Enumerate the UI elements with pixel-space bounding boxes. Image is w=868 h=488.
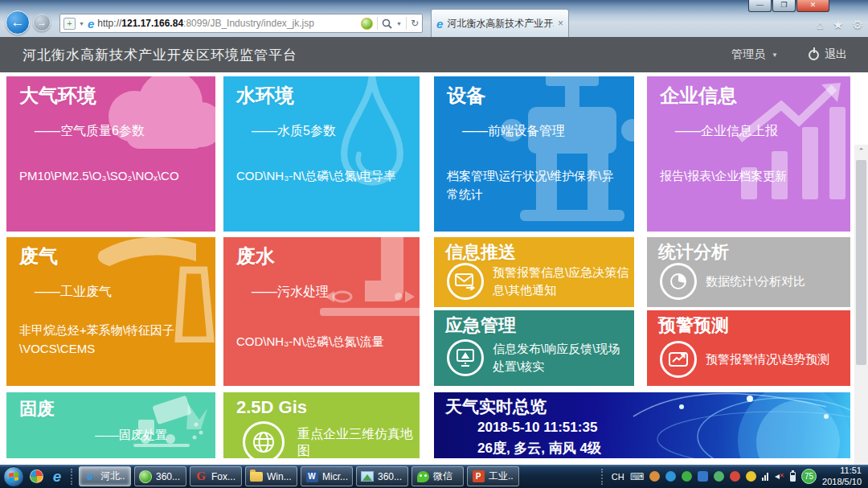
scrollbar-thumb[interactable]: [856, 160, 866, 365]
tray-icon-3[interactable]: [730, 471, 740, 482]
divider: [377, 17, 378, 30]
url-host: 121.17.166.84: [121, 18, 183, 29]
window-close-button[interactable]: ✕: [796, 0, 829, 12]
browser-chrome: ← → + ▼ e http://121.17.166.84:8099/JB_I…: [0, 0, 868, 37]
tile-title: 2.5D Gis: [236, 397, 307, 418]
tile-detail: 非甲烷总烃+苯系物\特征因子\VOCS\CEMS: [19, 321, 206, 359]
tile-title: 信息推送: [445, 240, 516, 265]
system-tray: CH ⌨ 75 11:51 2018/5/10: [600, 465, 865, 488]
url-text[interactable]: http://121.17.166.84:8099/JB_Industry/in…: [97, 18, 358, 29]
browser-forward-button[interactable]: →: [33, 14, 51, 31]
scrollbar-up-arrow[interactable]: ⌃: [854, 145, 868, 158]
address-dropdown-caret[interactable]: ▼: [79, 21, 84, 27]
tab-title: 河北衡水高新技术产业开发...: [447, 17, 554, 31]
settings-gear-icon[interactable]: ⚙: [853, 18, 863, 32]
tile-solid-waste[interactable]: 固废 ——固废处置: [6, 392, 215, 458]
page-scrollbar[interactable]: ⌃: [854, 145, 868, 488]
tile-detail: COD\NH₃-N\总磷\总氮\流量: [236, 332, 410, 351]
start-button[interactable]: [3, 466, 24, 487]
tray-icon-ie[interactable]: [665, 471, 676, 482]
tile-warning-forecast[interactable]: 预警预测 预警报警情况\趋势预测: [647, 310, 850, 386]
valve-icon: [496, 76, 634, 232]
tile-weather-overview[interactable]: 天气实时总览 2018-5-10 11:51:35 26度, 多云, 南风 4级: [434, 392, 850, 458]
taskbtn-wechat[interactable]: 微信: [411, 466, 464, 486]
favorites-star-icon[interactable]: ★: [833, 18, 843, 32]
tray-chat-icon[interactable]: [714, 471, 724, 482]
word-icon: W: [305, 470, 318, 483]
tile-title: 设备: [447, 83, 485, 109]
taskbtn-word[interactable]: W Micr...: [301, 466, 353, 486]
tile-subtitle: ——污水处理: [252, 284, 329, 301]
search-dropdown-caret[interactable]: ▼: [396, 21, 402, 27]
clock-time: 11:51: [822, 465, 862, 477]
taskbar-separator: [71, 469, 74, 485]
foxmail-icon: G: [194, 470, 207, 483]
logout-label: 退出: [825, 47, 847, 62]
network-signal-icon[interactable]: [762, 472, 768, 481]
tile-detail: 档案管理\运行状况\维护保养\异常统计: [447, 166, 624, 204]
tile-waste-gas[interactable]: 废气 ——工业废气 非甲烷总烃+苯系物\特征因子\VOCS\CEMS: [6, 237, 215, 386]
taskbtn-360-browser[interactable]: 360...: [134, 466, 186, 486]
taskbtn-powerpoint[interactable]: P 工业..: [467, 466, 519, 486]
tile-waste-water[interactable]: 废水 ——污水处理 COD\NH₃-N\总磷\总氮\流量: [223, 237, 420, 386]
quicklaunch-ie-icon[interactable]: e: [48, 468, 66, 486]
search-icon[interactable]: [382, 18, 392, 29]
tray-icon-1[interactable]: [649, 471, 660, 482]
window-minimize-button[interactable]: —: [748, 0, 772, 12]
screen: ← → + ▼ e http://121.17.166.84:8099/JB_I…: [0, 0, 868, 488]
volume-muted-icon[interactable]: [774, 471, 784, 482]
battery-score-badge[interactable]: 75: [801, 469, 817, 484]
thunder-plugin-icon[interactable]: [361, 18, 373, 30]
trend-line-icon: [660, 341, 697, 378]
weather-title: 天气实时总览: [445, 396, 547, 418]
bar-chart-icon: [733, 83, 845, 203]
taskbtn-windows-explorer[interactable]: Win...: [245, 466, 297, 486]
tray-shield-icon[interactable]: [698, 471, 708, 482]
compatibility-view-icon[interactable]: +: [63, 18, 76, 30]
taskbtn-foxmail[interactable]: G Fox...: [190, 466, 242, 486]
tile-subtitle: ——空气质量6参数: [35, 123, 145, 140]
keyboard-icon[interactable]: ⌨: [630, 471, 644, 482]
quicklaunch-360-safe-icon[interactable]: [27, 468, 45, 486]
tab-close-icon[interactable]: ×: [558, 18, 563, 29]
battery-icon[interactable]: [790, 472, 796, 482]
logout-button[interactable]: 退出: [809, 47, 847, 62]
weather-datetime: 2018-5-10 11:51:35: [477, 420, 597, 436]
user-menu[interactable]: 管理员 ▼: [731, 47, 778, 62]
tile-detail: 信息发布\响应反馈\现场处置\核实: [493, 340, 629, 375]
tray-icon-4[interactable]: [746, 471, 756, 482]
language-indicator[interactable]: CH: [612, 472, 624, 482]
tile-25d-gis[interactable]: 2.5D Gis 重点企业三维仿真地图: [223, 392, 420, 458]
tile-atmosphere[interactable]: 大气环境 ——空气质量6参数 PM10\PM2.5\O₃\SO₂\NOₓ\CO: [6, 76, 215, 232]
taskbtn-label: 360...: [156, 471, 180, 482]
taskbar-clock[interactable]: 11:51 2018/5/10: [822, 465, 862, 488]
power-icon: [809, 50, 819, 60]
window-maximize-button[interactable]: ❐: [772, 0, 796, 12]
home-icon[interactable]: ⌂: [817, 18, 824, 32]
chevron-down-icon: ▼: [772, 51, 778, 59]
taskbtn-picture-viewer[interactable]: 360...: [356, 466, 408, 486]
tile-detail: PM10\PM2.5\O₃\SO₂\NOₓ\CO: [19, 166, 206, 185]
taskbtn-label: Micr...: [322, 471, 348, 482]
tile-title: 大气环境: [19, 83, 96, 109]
taskbtn-internet-explorer[interactable]: e 河北..: [79, 466, 131, 486]
wechat-icon: [416, 470, 429, 483]
refresh-icon[interactable]: ↻: [411, 18, 419, 29]
globe-network-art: [585, 392, 850, 458]
address-bar[interactable]: + ▼ e http://121.17.166.84:8099/JB_Indus…: [59, 14, 423, 33]
mail-icon: [447, 263, 484, 300]
browser-tab[interactable]: e 河北衡水高新技术产业开发... ×: [431, 9, 569, 37]
dashboard: 大气环境 ——空气质量6参数 PM10\PM2.5\O₃\SO₂\NOₓ\CO …: [0, 72, 868, 465]
tile-info-push[interactable]: 信息推送 预警报警信息\应急决策信息\其他通知: [434, 237, 634, 307]
tile-enterprise-info[interactable]: 企业信息 ——企业信息上报 报告\报表\企业档案更新: [647, 76, 850, 232]
browser-back-button[interactable]: ←: [6, 10, 30, 35]
tile-subtitle: ——工业废气: [35, 284, 112, 301]
tile-detail: 预警报警情况\趋势预测: [706, 351, 829, 368]
tray-icon-2[interactable]: [682, 471, 692, 482]
tile-water-environment[interactable]: 水环境 ——水质5参数 COD\NH₃-N\总磷\总氮\电导率: [223, 76, 420, 232]
tile-statistics-analysis[interactable]: 统计分析 数据统计\分析对比: [647, 237, 850, 307]
tile-subtitle: ——企业信息上报: [675, 123, 778, 140]
taskbar: e e 河北.. 360... G Fox... Win... W Micr..…: [0, 465, 868, 488]
tile-emergency-management[interactable]: 应急管理 信息发布\响应反馈\现场处置\核实: [434, 310, 634, 386]
tile-equipment[interactable]: 设备 ——前端设备管理 档案管理\运行状况\维护保养\异常统计: [434, 76, 634, 232]
